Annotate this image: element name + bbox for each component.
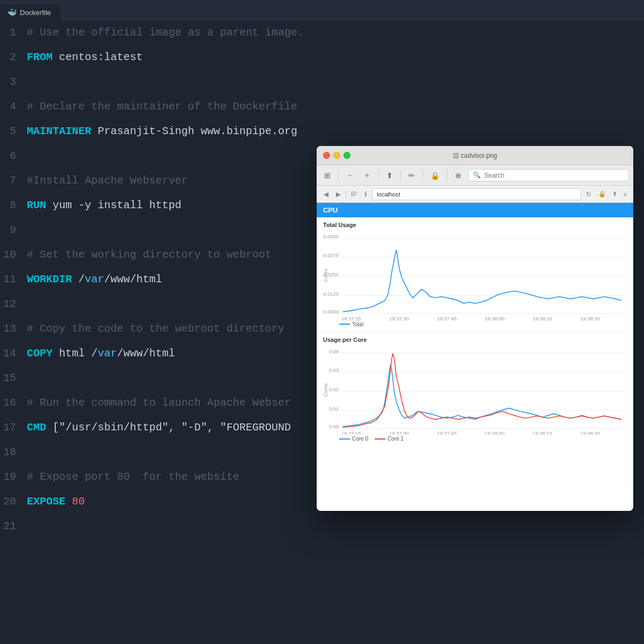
svg-text:19:37:15: 19:37:15 [341, 316, 361, 320]
line-num-11: 11 [0, 267, 27, 292]
code-line-4: 4 # Declare the maintainer of the Docker… [0, 94, 644, 119]
pen-button[interactable]: ✏ [405, 169, 418, 182]
total-usage-svg: 0.0500 0.0375 0.0250 0.0125 0.0000 Cores… [323, 230, 627, 320]
back-button[interactable]: ◀ [321, 189, 331, 200]
line-content-2: FROM centos:latest [27, 45, 644, 70]
svg-text:19:38:00: 19:38:00 [485, 316, 504, 320]
dockerfile-tab[interactable]: 🐳 Dockerfile [0, 4, 61, 20]
ip-button[interactable]: IP [348, 189, 360, 200]
line-num-9: 9 [0, 218, 27, 243]
svg-text:0.04: 0.04 [329, 348, 339, 354]
airdrop-button[interactable]: ⊕ [452, 169, 465, 182]
svg-text:19:38:30: 19:38:30 [581, 430, 601, 435]
svg-text:0.02: 0.02 [329, 386, 339, 392]
sidebar-toggle-button[interactable]: ⊞ [321, 169, 334, 182]
line-num-13: 13 [0, 317, 27, 341]
line-content-4: # Declare the maintainer of the Dockerfi… [27, 94, 644, 119]
svg-text:19:37:45: 19:37:45 [437, 430, 457, 435]
svg-text:19:37:30: 19:37:30 [389, 316, 409, 320]
separator-2 [378, 170, 379, 181]
svg-text:0.0000: 0.0000 [324, 309, 339, 314]
browser-window: 🖼 cadvisor.png ⊞ － ＋ ⬆ ✏ 🔒 ⊕ 🔍 ◀ ▶ IP ℹ … [317, 146, 633, 511]
svg-text:0.03: 0.03 [329, 367, 339, 373]
browser-toolbar: ⊞ － ＋ ⬆ ✏ 🔒 ⊕ 🔍 [317, 165, 633, 186]
line-num-17: 17 [0, 415, 27, 440]
total-usage-chart: 0.0500 0.0375 0.0250 0.0125 0.0000 Cores… [323, 230, 627, 320]
forward-button[interactable]: ▶ [333, 189, 343, 200]
nav-icons: 🔒 ⬆ ≡ [596, 189, 629, 199]
line-num-18: 18 [0, 440, 27, 465]
svg-text:0.00: 0.00 [329, 423, 339, 429]
line-num-14: 14 [0, 341, 27, 366]
svg-text:19:38:00: 19:38:00 [485, 430, 504, 435]
maximize-button[interactable] [343, 152, 350, 159]
zoom-in-button[interactable]: ＋ [360, 169, 374, 182]
core0-legend-label: Core 0 [352, 436, 368, 442]
line-num-2: 2 [0, 45, 27, 70]
tab-bar: 🐳 Dockerfile [0, 0, 644, 20]
bookmark-button[interactable]: 🔒 [427, 169, 443, 182]
cpu-label: CPU [323, 206, 338, 214]
line-num-12: 12 [0, 292, 27, 317]
search-box[interactable]: 🔍 [468, 169, 629, 181]
total-chart-legend: Total [323, 320, 627, 330]
svg-text:19:38:15: 19:38:15 [532, 316, 552, 320]
core0-line [343, 364, 621, 426]
separator-1 [338, 170, 339, 181]
svg-text:0.0500: 0.0500 [324, 233, 339, 239]
svg-text:Cores: Cores [323, 268, 328, 282]
usage-per-core-title: Usage per Core [323, 336, 627, 343]
line-num-10: 10 [0, 243, 27, 267]
core1-legend-line [375, 438, 385, 440]
nav-sep-1 [346, 190, 346, 199]
svg-text:Cores: Cores [323, 383, 328, 397]
core1-legend-label: Core 1 [387, 436, 404, 442]
file-icon: 🖼 [453, 152, 459, 159]
svg-text:19:37:30: 19:37:30 [389, 430, 409, 435]
line-num-16: 16 [0, 391, 27, 415]
address-text: localhost [377, 191, 400, 197]
line-num-15: 15 [0, 366, 27, 391]
code-line-2: 2 FROM centos:latest [0, 45, 644, 70]
address-bar[interactable]: localhost [372, 188, 581, 200]
line-num-20: 20 [0, 489, 27, 514]
svg-text:0.01: 0.01 [329, 405, 339, 411]
info-button[interactable]: ℹ [362, 189, 370, 200]
core1-line [343, 353, 621, 427]
total-usage-title: Total Usage [323, 222, 627, 228]
line-num-8: 8 [0, 193, 27, 218]
separator-3 [400, 170, 401, 181]
line-num-21: 21 [0, 514, 27, 539]
lock-icon[interactable]: 🔒 [596, 189, 608, 199]
total-legend-line [339, 324, 350, 325]
code-line-5: 5 MAINTAINER Prasanjit-Singh www.binpipe… [0, 119, 644, 144]
total-usage-section: Total Usage 0.0500 0.0375 0.0250 0.0125 … [317, 217, 633, 332]
line-num-6: 6 [0, 144, 27, 169]
search-input[interactable] [484, 172, 624, 179]
zoom-out-button[interactable]: － [343, 169, 357, 182]
line-num-7: 7 [0, 169, 27, 193]
reload-button[interactable]: ↻ [583, 189, 594, 200]
svg-text:19:38:15: 19:38:15 [532, 430, 552, 435]
total-legend-item: Total [339, 321, 363, 327]
browser-content: CPU Total Usage 0.0500 0.0375 0.0250 0.0… [317, 203, 633, 511]
core1-legend-item: Core 1 [375, 436, 404, 442]
share-button[interactable]: ⬆ [383, 169, 396, 182]
svg-text:0.0125: 0.0125 [324, 291, 339, 297]
usage-per-core-svg: 0.04 0.03 0.02 0.01 0.00 Cores 19:37:15 [323, 345, 627, 435]
cpu-header: CPU [317, 203, 633, 217]
usage-per-core-section: Usage per Core 0.04 0.03 0.02 0.01 0.00 … [317, 332, 633, 447]
close-button[interactable] [323, 152, 330, 159]
usage-per-core-chart: 0.04 0.03 0.02 0.01 0.00 Cores 19:37:15 [323, 345, 627, 435]
svg-text:19:37:15: 19:37:15 [341, 430, 361, 435]
more-icon[interactable]: ≡ [621, 189, 629, 199]
upload-icon[interactable]: ⬆ [610, 189, 619, 199]
line-num-19: 19 [0, 465, 27, 489]
svg-text:19:38:30: 19:38:30 [581, 316, 601, 320]
browser-titlebar: 🖼 cadvisor.png [317, 146, 633, 165]
line-num-5: 5 [0, 119, 27, 144]
code-line-1: 1 # Use the official image as a parent i… [0, 20, 644, 45]
minimize-button[interactable] [333, 152, 340, 159]
line-num-3: 3 [0, 70, 27, 94]
core0-legend-item: Core 0 [339, 436, 368, 442]
